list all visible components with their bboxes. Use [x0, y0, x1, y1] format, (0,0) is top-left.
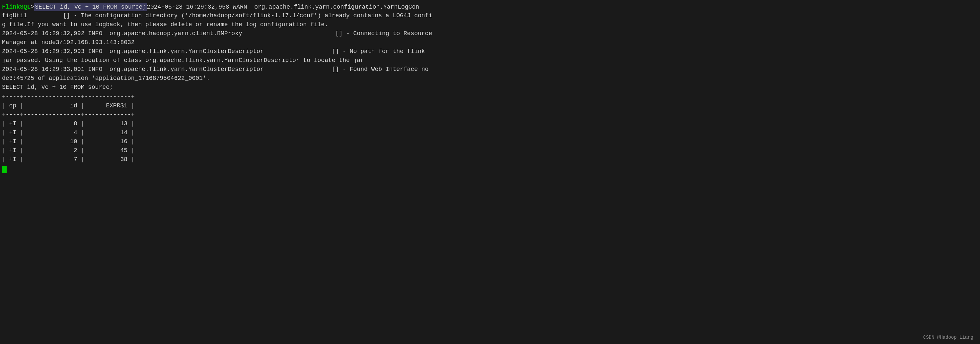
- log-line-2a: 2024-05-28 16:29:32,993 INFO org.apache.…: [2, 47, 978, 56]
- log-line-1b: Manager at node3/192.168.193.143:8032: [2, 38, 978, 47]
- prompt-arrow: >: [30, 3, 34, 11]
- cursor-line: [2, 165, 978, 174]
- table-border-top: +----+----------------+-------------+: [2, 92, 978, 101]
- prompt-sql: SQL: [20, 3, 30, 11]
- table-row-2: | +I | 10 | 16 |: [2, 137, 978, 146]
- watermark: CSDN @Hadoop_Liang: [923, 334, 974, 341]
- terminal-window: Flink SQL > SELECT id, vc + 10 FROM sour…: [0, 0, 980, 344]
- command-text: SELECT id, vc + 10 FROM source;: [34, 3, 147, 11]
- table-row-1: | +I | 4 | 14 |: [2, 128, 978, 137]
- table-row-4: | +I | 7 | 38 |: [2, 155, 978, 164]
- log-line-3a: 2024-05-28 16:29:33,001 INFO org.apache.…: [2, 65, 978, 74]
- log-line-3b: de3:45725 of application 'application_17…: [2, 74, 978, 83]
- table-header: | op | id | EXPR$1 |: [2, 101, 978, 110]
- log-line-0-inline: 2024-05-28 16:29:32,958 WARN org.apache.…: [147, 3, 419, 11]
- log-line-2b: jar passed. Using the location of class …: [2, 56, 978, 65]
- log-line-0c: g file.If you want to use logback, then …: [2, 20, 978, 29]
- cursor: [2, 166, 6, 173]
- select-echo: SELECT id, vc + 10 FROM source;: [2, 83, 978, 92]
- table-row-0: | +I | 8 | 13 |: [2, 119, 978, 128]
- prompt-flink: Flink: [2, 3, 20, 11]
- table-row-3: | +I | 2 | 45 |: [2, 146, 978, 155]
- result-table: +----+----------------+-------------+ | …: [2, 92, 978, 164]
- log-line-0b: figUtil [] - The configuration directory…: [2, 11, 978, 20]
- prompt-line: Flink SQL > SELECT id, vc + 10 FROM sour…: [2, 3, 978, 11]
- table-border-mid: +----+----------------+-------------+: [2, 110, 978, 119]
- log-line-1a: 2024-05-28 16:29:32,992 INFO org.apache.…: [2, 29, 978, 38]
